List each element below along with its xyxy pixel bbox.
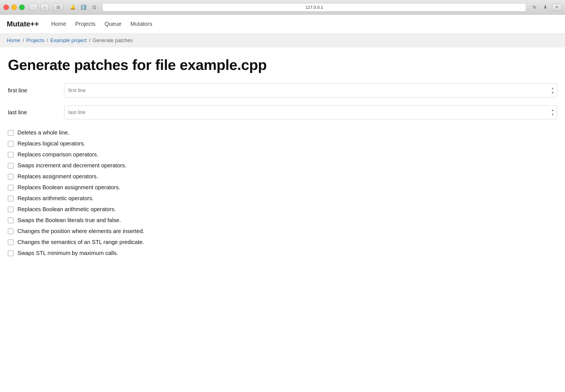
mutator-label-swap-stl-min-max: Swaps STL minimum by maximum calls.	[17, 250, 118, 256]
mutator-item: Replaces comparison operators.	[8, 149, 557, 160]
mutator-item: Swaps STL minimum by maximum calls.	[8, 248, 557, 259]
mutator-checkbox-replace-assignment[interactable]	[8, 174, 13, 179]
refresh-button[interactable]: ↻	[530, 4, 539, 11]
mutator-item: Changes the position where elements are …	[8, 226, 557, 237]
last-line-input-wrapper: ▲ ▼	[64, 105, 557, 119]
nav-link-home[interactable]: Home	[51, 21, 66, 27]
traffic-lights	[3, 4, 25, 10]
breadcrumb-home[interactable]: Home	[7, 38, 20, 44]
nav-link-queue[interactable]: Queue	[105, 21, 121, 27]
mutator-label-replace-arithmetic: Replaces arithmetic operators.	[17, 195, 94, 202]
browser-icons: 🔔 ℹ️ ⊡	[69, 4, 98, 11]
mutator-item: Replaces logical operators.	[8, 138, 557, 149]
info-icon[interactable]: ℹ️	[79, 4, 88, 11]
first-line-input-wrapper: ▲ ▼	[64, 83, 557, 97]
mutator-label-replace-boolean-arithmetic: Replaces Boolean arithmetic operators.	[17, 206, 116, 213]
mutator-checkbox-replace-arithmetic[interactable]	[8, 196, 13, 201]
sidebar-toggle-button[interactable]: ⊟	[53, 4, 63, 11]
mutator-item: Deletes a whole line.	[8, 127, 557, 138]
first-line-label: first line	[8, 87, 64, 94]
mutator-label-replace-boolean-assignment: Replaces Boolean assignment operators.	[17, 184, 120, 191]
mutator-label-delete-whole-line: Deletes a whole line.	[17, 129, 69, 136]
nav-link-mutators[interactable]: Mutators	[130, 21, 152, 27]
browser-action-buttons: ↻ ⬇	[530, 4, 549, 11]
app-brand: Mutate++	[7, 20, 39, 28]
minimize-button[interactable]	[11, 4, 17, 10]
forward-button[interactable]: ›	[40, 4, 49, 11]
mutator-label-swap-increment-decrement: Swaps increment and decrement operators.	[17, 162, 126, 169]
mutator-item: Changes the semantics of an STL range pr…	[8, 237, 557, 248]
mutator-label-replace-logical: Replaces logical operators.	[17, 140, 85, 147]
mutator-list: Deletes a whole line.Replaces logical op…	[8, 127, 557, 259]
mutator-item: Swaps the Boolean literals true and fals…	[8, 215, 557, 226]
page-title: Generate patches for file example.cpp	[8, 56, 557, 73]
nav-link-projects[interactable]: Projects	[75, 21, 96, 27]
first-line-row: first line ▲ ▼	[8, 83, 557, 97]
mutator-item: Replaces assignment operators.	[8, 171, 557, 182]
mutator-checkbox-replace-boolean-assignment[interactable]	[8, 185, 13, 190]
mutator-checkbox-delete-whole-line[interactable]	[8, 130, 13, 136]
last-line-input[interactable]	[64, 105, 557, 119]
first-line-input[interactable]	[64, 83, 557, 97]
download-button[interactable]: ⬇	[541, 4, 549, 11]
back-button[interactable]: ‹	[29, 4, 38, 11]
mutator-checkbox-swap-stl-min-max[interactable]	[8, 250, 13, 256]
mutator-checkbox-swap-increment-decrement[interactable]	[8, 163, 13, 168]
breadcrumb-sep-1: /	[22, 38, 24, 44]
browser-chrome: ‹ › ⊟ 🔔 ℹ️ ⊡ ↻ ⬇ +	[0, 0, 565, 15]
breadcrumb-sep-3: /	[89, 38, 90, 44]
app-navbar: Mutate++ Home Projects Queue Mutators	[0, 15, 565, 34]
mutator-checkbox-replace-comparison[interactable]	[8, 152, 13, 158]
mutator-item: Replaces Boolean arithmetic operators.	[8, 204, 557, 215]
mutator-label-replace-comparison: Replaces comparison operators.	[17, 151, 98, 158]
breadcrumb-projects[interactable]: Projects	[26, 38, 44, 44]
breadcrumb: Home / Projects / Example project / Gene…	[0, 34, 565, 47]
mutator-checkbox-replace-logical[interactable]	[8, 141, 13, 147]
maximize-button[interactable]	[19, 4, 25, 10]
mutator-checkbox-change-stl-range[interactable]	[8, 240, 13, 245]
mutator-label-change-stl-range: Changes the semantics of an STL range pr…	[17, 239, 144, 245]
mutator-item: Swaps increment and decrement operators.	[8, 160, 557, 171]
breadcrumb-sep-2: /	[47, 38, 48, 44]
mutator-label-change-insert-position: Changes the position where elements are …	[17, 228, 144, 234]
close-button[interactable]	[3, 4, 9, 10]
mutator-label-swap-boolean-literals: Swaps the Boolean literals true and fals…	[17, 217, 121, 224]
last-line-label: last line	[8, 109, 64, 116]
url-bar[interactable]	[102, 3, 526, 12]
mutator-label-replace-assignment: Replaces assignment operators.	[17, 173, 98, 180]
breadcrumb-example-project[interactable]: Example project	[50, 38, 87, 44]
mutator-item: Replaces arithmetic operators.	[8, 193, 557, 204]
last-line-row: last line ▲ ▼	[8, 105, 557, 119]
mutator-checkbox-replace-boolean-arithmetic[interactable]	[8, 207, 13, 212]
main-content: Generate patches for file example.cpp fi…	[0, 47, 565, 270]
mutator-checkbox-swap-boolean-literals[interactable]	[8, 218, 13, 223]
mutator-checkbox-change-insert-position[interactable]	[8, 229, 13, 234]
notification-icon[interactable]: 🔔	[69, 4, 77, 11]
mutator-item: Replaces Boolean assignment operators.	[8, 182, 557, 193]
new-tab-button[interactable]: +	[552, 4, 562, 11]
screen-icon[interactable]: ⊡	[90, 4, 98, 11]
breadcrumb-current: Generate patches	[92, 38, 133, 44]
